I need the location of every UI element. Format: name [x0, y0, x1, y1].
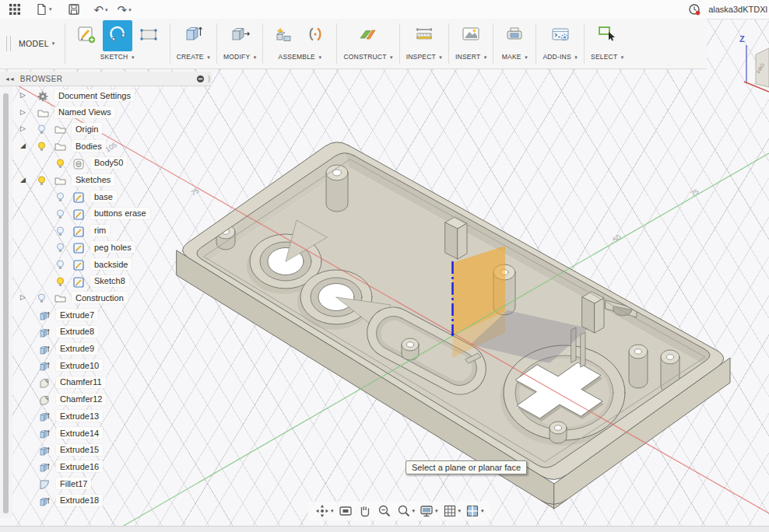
visibility-bulb-off-icon[interactable]: [56, 243, 65, 253]
browser-item-label[interactable]: Document Settings: [54, 89, 135, 101]
browser-item-label[interactable]: buttons erase: [90, 208, 150, 219]
browser-item-label[interactable]: peg holes: [90, 241, 135, 253]
browser-item-label[interactable]: Extrude13: [56, 410, 103, 422]
tool-as-built-joint[interactable]: [300, 20, 330, 51]
visibility-bulb-off-icon[interactable]: [56, 260, 65, 270]
expand-arrow-closed-icon[interactable]: ▷: [20, 91, 26, 99]
browser-item-label[interactable]: Chamfer11: [56, 376, 106, 388]
boss-peg-right-1[interactable]: [629, 345, 648, 388]
post-slab-b[interactable]: [582, 292, 604, 333]
display-settings-icon: [419, 503, 434, 519]
browser-item-label[interactable]: Sketch8: [90, 275, 129, 287]
nav-look-at-button[interactable]: [338, 503, 353, 519]
nav-display-settings-button[interactable]: ▾: [419, 503, 438, 519]
redo-icon[interactable]: ↷▾: [118, 4, 132, 16]
browser-item-label[interactable]: Extrude9: [56, 343, 98, 355]
visibility-bulb-on-icon[interactable]: [37, 142, 46, 152]
file-new-icon[interactable]: ▾: [36, 3, 52, 16]
post-slab-a[interactable]: [445, 217, 467, 259]
browser-item-label[interactable]: Bodies: [72, 140, 106, 152]
tool-measure[interactable]: [409, 20, 439, 51]
browser-item-label[interactable]: Extrude18: [56, 495, 103, 506]
nav-pan-button[interactable]: [357, 503, 373, 519]
expand-arrow-open-icon[interactable]: ◢: [20, 142, 26, 149]
workspace-selector[interactable]: MODEL ▾: [11, 19, 63, 68]
browser-item-label[interactable]: Extrude16: [56, 460, 103, 472]
nav-viewports-button[interactable]: ▾: [465, 503, 484, 519]
nav-grid-layout-button[interactable]: ▾: [442, 503, 462, 519]
browser-item-label[interactable]: Extrude15: [56, 444, 103, 456]
panel-options-icon[interactable]: [196, 75, 205, 83]
browser-item-label[interactable]: Origin: [72, 123, 102, 135]
browser-item-label[interactable]: rim: [90, 225, 110, 236]
toolbar-group-label[interactable]: MODIFY ▾: [223, 53, 256, 61]
browser-item-label[interactable]: Sketches: [72, 174, 114, 186]
boss-cylinder-tall[interactable]: [326, 165, 348, 212]
expand-arrow-closed-icon[interactable]: ▷: [20, 124, 26, 132]
visibility-bulb-on-icon[interactable]: [56, 277, 65, 287]
chevron-down-icon[interactable]: ▾: [458, 508, 462, 514]
document-title: alaska3dKTDXl: [708, 5, 767, 14]
toolbar-group-label[interactable]: CONSTRUCT ▾: [343, 53, 392, 61]
visibility-bulb-on-icon[interactable]: [37, 176, 46, 186]
bottom-edge-strip: [0, 526, 769, 532]
tool-create-sketch[interactable]: [72, 20, 101, 51]
toolbar-group-label[interactable]: ASSEMBLE ▾: [279, 53, 322, 61]
browser-item-label[interactable]: Chamfer12: [56, 394, 106, 405]
app-menu-icon[interactable]: [9, 4, 20, 15]
tool-joint[interactable]: [269, 20, 299, 51]
visibility-bulb-off-icon[interactable]: [56, 209, 65, 219]
browser-item-label[interactable]: Extrude8: [56, 326, 98, 338]
notifications-clock-icon[interactable]: [688, 3, 701, 16]
collapse-panel-icon[interactable]: ◄◄: [5, 76, 14, 82]
visibility-bulb-off-icon[interactable]: [37, 124, 46, 135]
browser-item-label[interactable]: Named Views: [54, 107, 115, 118]
toolbar-group-label[interactable]: CREATE ▾: [177, 53, 210, 61]
view-cube[interactable]: Z FRO: [739, 34, 769, 92]
browser-item-label[interactable]: backside: [90, 258, 132, 270]
chevron-down-icon[interactable]: ▾: [481, 508, 484, 514]
browser-item-label[interactable]: Extrude10: [56, 359, 103, 371]
browser-item-label[interactable]: Fillet17: [56, 478, 91, 489]
tool-press-pull[interactable]: [225, 20, 255, 51]
zoom-window-icon: [396, 503, 412, 519]
chevron-down-icon[interactable]: ▾: [435, 508, 438, 514]
toolbar-group-label[interactable]: SELECT ▾: [591, 53, 623, 61]
chevron-down-icon[interactable]: ▾: [331, 508, 334, 514]
nav-zoom-window-button[interactable]: ▾: [396, 503, 416, 519]
tool-scripts-addins[interactable]: [546, 20, 575, 51]
tool-extrude[interactable]: [178, 20, 208, 51]
toolbar-group-label[interactable]: SKETCH ▾: [100, 53, 135, 61]
extrude-feature-icon: [39, 496, 50, 508]
browser-item-label[interactable]: Construction: [72, 292, 128, 303]
browser-item-label[interactable]: base: [90, 191, 117, 202]
visibility-bulb-on-icon[interactable]: [56, 159, 65, 169]
nav-orbit-button[interactable]: ▾: [314, 503, 334, 519]
undo-icon[interactable]: ↶▾: [94, 4, 108, 16]
tool-sketch-arc[interactable]: [103, 20, 132, 51]
expand-arrow-open-icon[interactable]: ◢: [20, 176, 26, 184]
expand-arrow-closed-icon[interactable]: ▷: [20, 293, 26, 301]
browser-item-label[interactable]: Body50: [90, 157, 127, 169]
toolbar-group-label[interactable]: MAKE ▾: [502, 53, 528, 61]
tool-insert-image[interactable]: [456, 20, 486, 51]
visibility-bulb-off-icon[interactable]: [56, 192, 65, 202]
save-icon[interactable]: [68, 3, 80, 16]
browser-scrollbar[interactable]: [3, 93, 9, 513]
visibility-bulb-off-icon[interactable]: [37, 293, 46, 303]
chevron-down-icon[interactable]: ▾: [413, 508, 416, 514]
toolbar-group-label[interactable]: ADD-INS ▾: [543, 53, 578, 61]
toolbar-group-label[interactable]: INSERT ▾: [455, 53, 486, 61]
browser-item-label[interactable]: Extrude7: [56, 309, 98, 320]
visibility-bulb-off-icon[interactable]: [56, 226, 65, 236]
toolbar-group-separator: [399, 23, 400, 64]
browser-item-label[interactable]: Extrude14: [56, 427, 103, 439]
tool-select-window[interactable]: [592, 20, 622, 51]
expand-arrow-closed-icon[interactable]: ▷: [20, 108, 26, 116]
sketch-origin-point[interactable]: [451, 333, 455, 336]
nav-zoom-button[interactable]: [377, 503, 392, 519]
tool-sketch-rectangle[interactable]: [134, 20, 163, 51]
tool-construction-plane[interactable]: [353, 20, 383, 51]
tool-print-3d[interactable]: [500, 20, 529, 51]
toolbar-group-label[interactable]: INSPECT ▾: [406, 53, 442, 61]
